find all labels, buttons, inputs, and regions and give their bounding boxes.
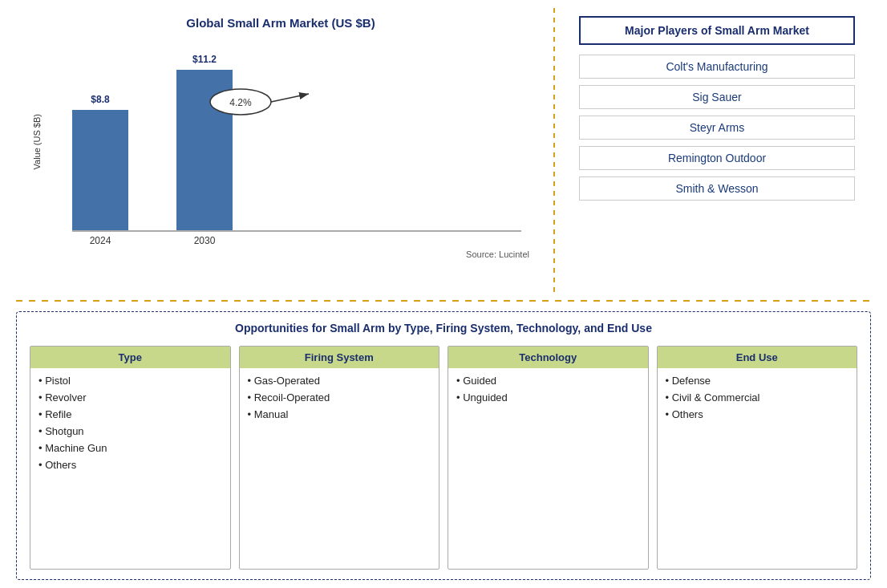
chart-area: Global Small Arm Market (US $B) Value (U… [16, 8, 545, 297]
columns-row: Type Pistol Revolver Refile Shotgun Mach… [30, 346, 857, 570]
horizontal-separator [16, 300, 871, 302]
column-technology: Technology Guided Unguided [448, 346, 649, 570]
x-label-2030: 2030 [176, 235, 233, 246]
column-body-type: Pistol Revolver Refile Shotgun Machine G… [30, 368, 230, 569]
type-item-4: Machine Gun [38, 442, 222, 454]
enduse-item-0: Defense [666, 375, 849, 387]
tech-item-1: Unguided [456, 391, 640, 403]
x-axis-labels: 2024 2030 [48, 235, 529, 246]
tech-item-0: Guided [456, 375, 640, 387]
firing-item-0: Gas-Operated [248, 375, 431, 387]
type-item-0: Pistol [38, 375, 222, 387]
column-body-firing: Gas-Operated Recoil-Operated Manual [240, 368, 439, 569]
source-label: Source: Lucintel [32, 249, 529, 259]
type-item-5: Others [38, 459, 222, 471]
player-item-3: Remington Outdoor [579, 146, 855, 170]
bar-2030 [176, 70, 233, 230]
bar-value-2030: $11.2 [192, 54, 217, 65]
chart-title: Global Small Arm Market (US $B) [186, 16, 375, 30]
column-header-type: Type [30, 347, 230, 368]
type-item-2: Refile [38, 408, 222, 420]
x-axis-line [72, 230, 521, 232]
column-body-end-use: Defense Civil & Commercial Others [658, 368, 857, 569]
column-header-technology: Technology [448, 347, 648, 368]
enduse-item-2: Others [666, 408, 849, 420]
column-end-use: End Use Defense Civil & Commercial Other… [657, 346, 858, 570]
player-item-1: Sig Sauer [579, 85, 855, 109]
bar-group-2024: $8.8 [72, 94, 128, 230]
players-title: Major Players of Small Arm Market [579, 16, 855, 45]
type-item-3: Shotgun [38, 425, 222, 437]
main-container: Global Small Arm Market (US $B) Value (U… [0, 0, 887, 588]
bar-value-2024: $8.8 [91, 94, 109, 105]
firing-item-2: Manual [248, 408, 431, 420]
firing-item-1: Recoil-Operated [248, 391, 431, 403]
player-item-4: Smith & Wesson [579, 176, 855, 201]
chart-inner: Value (US $B) 4.2% [32, 38, 529, 246]
column-body-technology: Guided Unguided [448, 368, 648, 569]
player-item-0: Colt's Manufacturing [579, 55, 855, 79]
column-header-end-use: End Use [658, 347, 857, 368]
type-item-1: Revolver [38, 391, 222, 403]
players-panel: Major Players of Small Arm Market Colt's… [563, 8, 871, 297]
y-axis-label: Value (US $B) [32, 114, 42, 170]
bar-group-2030: $11.2 [176, 54, 233, 230]
enduse-item-1: Civil & Commercial [666, 391, 849, 403]
player-item-2: Steyr Arms [579, 116, 855, 140]
column-firing-system: Firing System Gas-Operated Recoil-Operat… [239, 346, 440, 570]
opportunities-title: Opportunities for Small Arm by Type, Fir… [30, 322, 857, 335]
bar-2024 [72, 110, 128, 230]
column-type: Type Pistol Revolver Refile Shotgun Mach… [30, 346, 231, 570]
bars-container: $8.8 $11.2 [48, 38, 529, 230]
x-label-2024: 2024 [72, 235, 128, 246]
vertical-separator [553, 8, 555, 297]
bottom-section: Opportunities for Small Arm by Type, Fir… [16, 311, 871, 580]
top-section: Global Small Arm Market (US $B) Value (U… [16, 8, 871, 297]
chart-plot: 4.2% $8.8 [48, 38, 529, 246]
column-header-firing: Firing System [240, 347, 439, 368]
